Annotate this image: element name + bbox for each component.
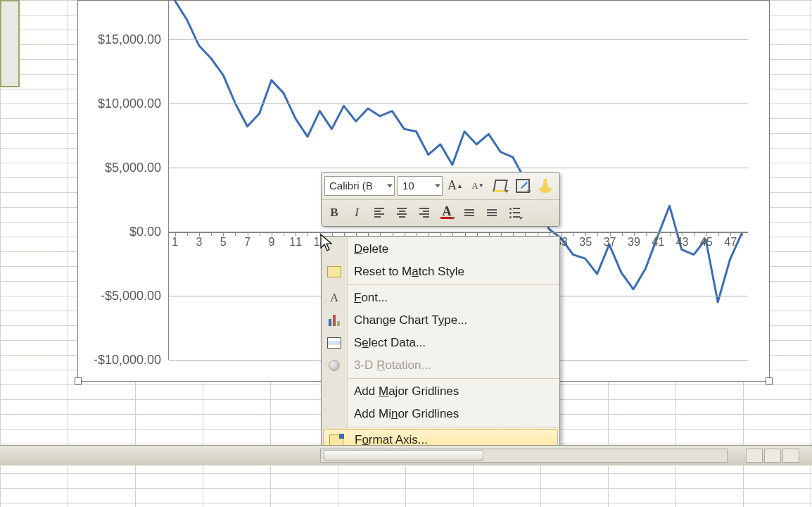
x-tick-label: 1 [172, 236, 178, 249]
menu-separator [348, 427, 559, 427]
brush-icon [538, 179, 552, 193]
align-center-button[interactable] [392, 203, 412, 223]
x-tick-label: 3 [196, 236, 202, 249]
x-tick-label: 45 [700, 236, 713, 249]
x-tick-label: 39 [628, 236, 640, 249]
chevron-down-icon [387, 184, 393, 187]
font-size-value: 10 [402, 180, 414, 192]
align-center-icon [397, 208, 407, 218]
align-left-button[interactable] [369, 203, 389, 223]
resize-handle[interactable] [766, 377, 773, 384]
increase-indent-button[interactable] [482, 203, 502, 223]
menu-3d-rotation: 3-D Rotation... [322, 354, 559, 377]
font-name-combo[interactable]: Calibri (B [324, 176, 395, 196]
menu-separator [348, 284, 559, 285]
view-buttons[interactable] [746, 449, 799, 463]
bullets-button[interactable] [505, 203, 524, 223]
y-tick-label: -$10,000.00 [94, 353, 161, 368]
bold-button[interactable]: B [324, 203, 344, 223]
align-left-icon [374, 208, 384, 218]
x-tick-label: 43 [676, 236, 689, 249]
menu-font[interactable]: A Font... [322, 287, 559, 309]
axis-context-menu[interactable]: Delete Reset to Match Style A Font... Ch… [321, 236, 560, 453]
mini-format-toolbar[interactable]: Calibri (B 10 A▲ A▼ B I A [321, 172, 560, 227]
status-bar [0, 445, 812, 465]
resize-handle[interactable] [75, 377, 82, 384]
x-tick-label: 47 [724, 236, 737, 249]
increase-font-size-button[interactable]: A▲ [445, 176, 465, 196]
italic-button[interactable]: I [347, 203, 367, 223]
outdent-icon [464, 209, 474, 216]
indent-icon [487, 209, 497, 216]
chart-type-icon [326, 312, 343, 329]
menu-change-chart-type[interactable]: Change Chart Type... [322, 309, 559, 332]
menu-reset-style[interactable]: Reset to Match Style [322, 261, 559, 283]
menu-add-major-gridlines[interactable]: Add Major Gridlines [322, 380, 559, 403]
x-tick-label: 7 [244, 236, 250, 249]
menu-add-minor-gridlines[interactable]: Add Minor Gridlines [322, 403, 559, 425]
x-tick-label: 9 [268, 236, 274, 249]
x-tick-label: 11 [289, 236, 302, 249]
y-tick-label: $15,000.00 [98, 32, 161, 46]
scrollbar-thumb[interactable] [324, 450, 483, 461]
x-tick-label: 5 [220, 236, 227, 249]
menu-separator [348, 378, 559, 379]
y-axis-labels: $15,000.00$10,000.00$5,000.00$0.00-$5,00… [78, 1, 164, 360]
3d-rotation-icon [326, 357, 343, 374]
x-tick-label: 41 [652, 236, 664, 249]
menu-select-data[interactable]: Select Data... [322, 332, 559, 354]
horizontal-scrollbar[interactable] [320, 449, 728, 463]
menu-delete[interactable]: Delete [322, 238, 559, 261]
y-tick-label: $0.00 [129, 224, 161, 239]
shape-outline-button[interactable] [513, 176, 533, 196]
decrease-font-size-button[interactable]: A▼ [468, 176, 488, 196]
y-tick-label: -$5,000.00 [101, 288, 161, 303]
decrease-indent-button[interactable] [459, 203, 479, 223]
y-tick-label: $10,000.00 [98, 96, 161, 111]
align-right-icon [419, 208, 429, 218]
select-data-icon [326, 334, 343, 351]
y-tick-label: $5,000.00 [105, 160, 161, 175]
x-tick-label: 35 [579, 236, 592, 249]
reset-style-icon [326, 263, 343, 280]
font-size-combo[interactable]: 10 [398, 176, 443, 196]
font-icon: A [326, 289, 343, 306]
font-color-button[interactable]: A [437, 203, 457, 223]
font-name-value: Calibri (B [329, 180, 373, 192]
format-painter-button[interactable] [535, 176, 555, 196]
fill-color-button[interactable] [490, 176, 510, 196]
chevron-down-icon [435, 184, 440, 187]
align-right-button[interactable] [414, 203, 434, 223]
x-tick-label: 37 [604, 236, 616, 249]
